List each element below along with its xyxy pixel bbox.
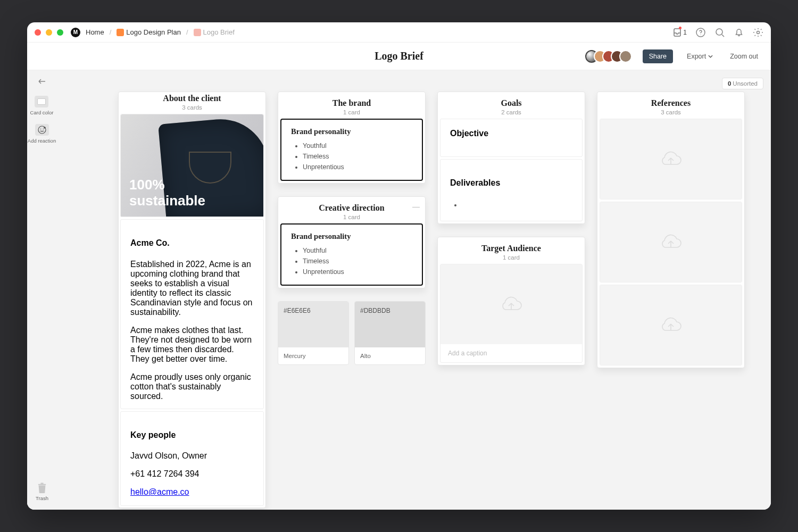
breadcrumb-brief: Logo Brief [203,28,235,36]
card-count: 1 card [280,109,423,115]
board-header: Logo Brief Share Export Zoom out [27,43,771,70]
reference-upload[interactable] [600,285,742,365]
chevron-down-icon [708,55,713,58]
reference-upload[interactable] [600,202,742,282]
close-icon[interactable] [35,29,41,36]
svg-rect-8 [38,484,46,485]
card-acme-co[interactable]: Acme Co. Established in 2022, Acme is an… [120,219,264,409]
app-logo-icon[interactable]: M [71,28,80,37]
svg-point-2 [700,34,701,35]
plan-color-icon [117,29,124,36]
share-button[interactable]: Share [643,49,673,63]
gear-icon[interactable] [753,27,763,38]
page-title: Logo Brief [375,50,423,62]
inbox-button[interactable]: 1 [673,28,687,37]
help-icon[interactable] [695,27,706,38]
card-objective[interactable]: Objective [440,119,583,157]
window-controls [35,29,63,36]
collapse-icon[interactable]: — [412,202,420,211]
export-button[interactable]: Export [684,52,716,61]
column-title[interactable]: References [600,98,742,108]
reaction-smile-icon [35,124,49,136]
svg-rect-0 [674,29,680,36]
card-upload[interactable]: Add a caption [440,264,583,363]
card-brand-personality[interactable]: Brand personality Youthful Timeless Unpr… [280,119,423,181]
unsorted-chip[interactable]: 0Unsorted [722,78,763,89]
card-color-icon [35,96,48,107]
cloud-upload-icon [499,295,523,314]
column-references: References 3 cards [597,92,745,510]
swatch-mercury[interactable]: #E6E6E6 Mercury [278,301,349,365]
reference-upload[interactable] [600,119,742,200]
column-goals-audience: Goals 2 cards Objective Deliverables [437,92,585,510]
swatch-chip: #DBDBDB [355,302,425,347]
email-link[interactable]: hello@acme.co [130,487,189,496]
section-creative-direction: — Creative direction 1 card Brand person… [278,196,426,288]
breadcrumb-home[interactable]: Home [86,28,104,36]
inbox-icon [673,28,681,37]
canvas[interactable]: 0Unsorted About the client 3 cards 100%s… [57,70,771,510]
card-deliverables[interactable]: Deliverables [440,159,583,221]
left-toolbar: Card color Add reaction [27,70,57,510]
presence-avatars[interactable] [589,50,632,63]
card-hero-image[interactable]: 100%sustainable [120,114,264,217]
section-goals: Goals 2 cards Objective Deliverables [437,92,585,224]
zoom-out-button[interactable]: Zoom out [727,52,761,61]
column-title[interactable]: The brand [280,98,423,108]
brief-color-icon [194,29,201,36]
caption-input[interactable]: Add a caption [440,344,582,362]
column-about-client: About the client 3 cards 100%sustainable… [118,92,266,510]
column-title[interactable]: Goals [440,98,583,108]
card-title: Key people [130,430,254,440]
card-count: 2 cards [440,109,583,115]
arrow-left-icon [38,79,46,84]
svg-point-3 [716,29,722,35]
svg-point-7 [43,129,43,129]
section-references: References 3 cards [597,92,745,368]
add-reaction-button[interactable]: Add reaction [28,124,56,144]
search-icon[interactable] [714,27,725,38]
card-title: Acme Co. [130,238,254,248]
column-brand-creative: The brand 1 card Brand personality Youth… [278,92,426,510]
cloud-upload-icon [659,232,683,252]
card-color-button[interactable]: Card color [30,96,54,115]
minimize-icon[interactable] [46,29,52,36]
card-count: 1 card [440,254,583,261]
card-key-people[interactable]: Key people Javvd Olson, Owner +61 412 72… [120,411,264,506]
section-target-audience: Target Audience 1 card Add a caption [437,237,585,365]
bell-icon[interactable] [734,27,744,38]
column-title[interactable]: Target Audience [440,244,583,253]
maximize-icon[interactable] [57,29,63,36]
svg-point-6 [40,129,40,129]
column-title[interactable]: Creative direction [280,203,423,213]
breadcrumb-plan[interactable]: Logo Design Plan [126,28,181,36]
titlebar: M Home / Logo Design Plan / Logo Brief 1 [27,22,771,43]
back-button[interactable] [35,76,49,87]
section-the-brand: The brand 1 card Brand personality Youth… [278,92,426,184]
card-count: 3 cards [120,104,264,111]
swatch-chip: #E6E6E6 [278,302,348,347]
svg-point-4 [757,31,760,34]
card-count: 1 card [280,214,423,220]
breadcrumb: M Home / Logo Design Plan / Logo Brief [71,28,235,37]
card-count: 3 cards [600,109,742,115]
card-brand-personality[interactable]: Brand personality Youthful Timeless Unpr… [280,223,423,286]
column-title[interactable]: About the client [120,94,264,103]
svg-rect-9 [40,483,44,484]
trash-button[interactable]: Trash [27,482,57,501]
hero-text: 100%sustainable [129,177,205,209]
swatch-alto[interactable]: #DBDBDB Alto [354,301,426,365]
color-swatches: #E6E6E6 Mercury #DBDBDB Alto [278,301,426,365]
cloud-upload-icon [659,149,683,169]
cloud-upload-icon [659,315,683,335]
trash-icon [37,482,47,494]
